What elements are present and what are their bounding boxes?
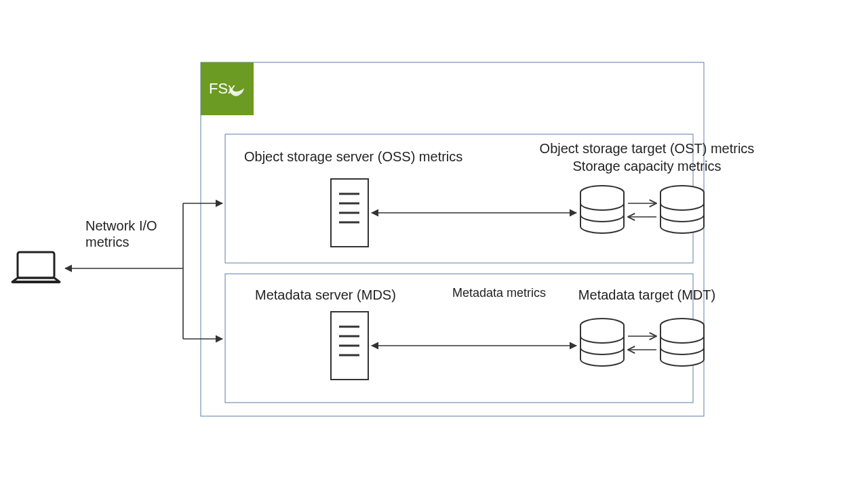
mds-server-icon — [331, 312, 368, 380]
ost-metrics-label: Object storage target (OST) metrics — [540, 141, 755, 156]
network-io-sublabel: metrics — [85, 235, 129, 249]
oss-server-icon — [331, 179, 368, 247]
fsx-outer-box — [201, 62, 704, 416]
ost-db-pair-icon — [580, 186, 704, 233]
mdt-db-pair-icon — [580, 319, 704, 366]
mds-label: Metadata server (MDS) — [255, 287, 396, 302]
architecture-diagram: FSx Object storage server (OSS) metrics … — [0, 0, 868, 488]
mdt-label: Metadata target (MDT) — [578, 287, 715, 302]
laptop-icon — [12, 252, 60, 282]
storage-capacity-label: Storage capacity metrics — [573, 159, 722, 174]
fsx-badge: FSx — [201, 62, 254, 115]
metadata-metrics-label: Metadata metrics — [452, 286, 546, 300]
fsx-badge-text: FSx — [209, 80, 235, 97]
oss-metrics-label: Object storage server (OSS) metrics — [244, 149, 462, 164]
network-io-label: Network I/O — [85, 218, 157, 233]
